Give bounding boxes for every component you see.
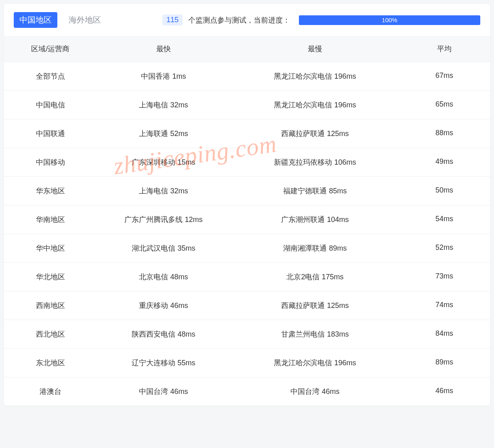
table-header: 区域/运营商 最快 最慢 平均: [4, 36, 490, 62]
cell-region: 西南地区: [4, 301, 97, 310]
table-row: 港澳台中国台湾 46ms中国台湾 46ms46ms: [4, 377, 490, 406]
monitor-count-badge: 115: [162, 15, 183, 25]
column-header-region: 区域/运营商: [4, 44, 97, 54]
cell-slowest: 黑龙江哈尔滨电信 196ms: [230, 100, 400, 110]
cell-slowest: 黑龙江哈尔滨电信 196ms: [230, 358, 400, 368]
column-header-average: 平均: [400, 44, 489, 54]
cell-average: 88ms: [400, 129, 489, 138]
cell-slowest: 湖南湘潭联通 89ms: [230, 243, 400, 253]
header-bar: 中国地区 海外地区 115 个监测点参与测试，当前进度： 100%: [4, 4, 490, 36]
cell-average: 50ms: [400, 186, 489, 196]
column-header-slowest: 最慢: [230, 44, 400, 54]
cell-average: 67ms: [400, 71, 489, 81]
cell-fastest: 广东深圳移动 15ms: [97, 157, 230, 167]
cell-slowest: 福建宁德联通 85ms: [230, 186, 400, 196]
table-row: 全部节点中国香港 1ms黑龙江哈尔滨电信 196ms67ms: [4, 62, 490, 90]
table-row: 东北地区辽宁大连移动 55ms黑龙江哈尔滨电信 196ms89ms: [4, 348, 490, 377]
table-row: 中国联通上海联通 52ms西藏拉萨联通 125ms88ms: [4, 119, 490, 148]
cell-region: 华东地区: [4, 186, 97, 196]
cell-fastest: 广东广州腾讯多线 12ms: [97, 215, 230, 224]
cell-slowest: 北京2电信 175ms: [230, 272, 400, 282]
cell-region: 港澳台: [4, 387, 97, 396]
cell-slowest: 西藏拉萨联通 125ms: [230, 129, 400, 138]
latency-table: 区域/运营商 最快 最慢 平均 全部节点中国香港 1ms黑龙江哈尔滨电信 196…: [4, 36, 490, 406]
cell-average: 52ms: [400, 243, 489, 253]
cell-region: 中国联通: [4, 129, 97, 138]
cell-fastest: 上海联通 52ms: [97, 129, 230, 138]
cell-slowest: 黑龙江哈尔滨电信 196ms: [230, 71, 400, 81]
cell-region: 东北地区: [4, 358, 97, 368]
cell-slowest: 甘肃兰州电信 183ms: [230, 329, 400, 339]
table-row: 华东地区上海电信 32ms福建宁德联通 85ms50ms: [4, 176, 490, 205]
tab-china-region[interactable]: 中国地区: [14, 12, 57, 28]
cell-region: 中国电信: [4, 100, 97, 110]
cell-fastest: 重庆移动 46ms: [97, 301, 230, 310]
cell-slowest: 西藏拉萨联通 125ms: [230, 301, 400, 310]
cell-fastest: 中国台湾 46ms: [97, 387, 230, 396]
cell-region: 西北地区: [4, 329, 97, 339]
cell-region: 华中地区: [4, 243, 97, 253]
cell-fastest: 北京电信 48ms: [97, 272, 230, 282]
cell-average: 49ms: [400, 157, 489, 167]
table-row: 中国移动广东深圳移动 15ms新疆克拉玛依移动 106ms49ms: [4, 148, 490, 176]
cell-average: 73ms: [400, 272, 489, 282]
cell-region: 中国移动: [4, 157, 97, 167]
ping-test-panel: 中国地区 海外地区 115 个监测点参与测试，当前进度： 100% 区域/运营商…: [4, 4, 490, 406]
progress-bar: 100%: [299, 15, 480, 25]
table-row: 西南地区重庆移动 46ms西藏拉萨联通 125ms74ms: [4, 291, 490, 320]
table-row: 西北地区陕西西安电信 48ms甘肃兰州电信 183ms84ms: [4, 320, 490, 348]
cell-fastest: 中国香港 1ms: [97, 71, 230, 81]
cell-slowest: 中国台湾 46ms: [230, 387, 400, 396]
column-header-fastest: 最快: [97, 44, 230, 54]
cell-average: 54ms: [400, 215, 489, 224]
cell-region: 华北地区: [4, 272, 97, 282]
cell-average: 65ms: [400, 100, 489, 110]
monitor-status-text: 个监测点参与测试，当前进度：: [188, 15, 290, 25]
cell-fastest: 上海电信 32ms: [97, 100, 230, 110]
progress-percent: 100%: [382, 17, 397, 23]
cell-slowest: 广东潮州联通 104ms: [230, 215, 400, 224]
cell-average: 74ms: [400, 301, 489, 310]
table-body: 全部节点中国香港 1ms黑龙江哈尔滨电信 196ms67ms中国电信上海电信 3…: [4, 62, 490, 406]
cell-slowest: 新疆克拉玛依移动 106ms: [230, 157, 400, 167]
cell-average: 84ms: [400, 329, 489, 339]
cell-region: 华南地区: [4, 215, 97, 224]
cell-average: 89ms: [400, 358, 489, 368]
table-row: 华北地区北京电信 48ms北京2电信 175ms73ms: [4, 262, 490, 291]
cell-fastest: 上海电信 32ms: [97, 186, 230, 196]
cell-fastest: 湖北武汉电信 35ms: [97, 243, 230, 253]
table-row: 中国电信上海电信 32ms黑龙江哈尔滨电信 196ms65ms: [4, 90, 490, 119]
cell-fastest: 陕西西安电信 48ms: [97, 329, 230, 339]
cell-average: 46ms: [400, 387, 489, 396]
cell-region: 全部节点: [4, 71, 97, 81]
tab-overseas-region[interactable]: 海外地区: [63, 12, 107, 28]
cell-fastest: 辽宁大连移动 55ms: [97, 358, 230, 368]
table-row: 华中地区湖北武汉电信 35ms湖南湘潭联通 89ms52ms: [4, 234, 490, 262]
table-row: 华南地区广东广州腾讯多线 12ms广东潮州联通 104ms54ms: [4, 205, 490, 234]
